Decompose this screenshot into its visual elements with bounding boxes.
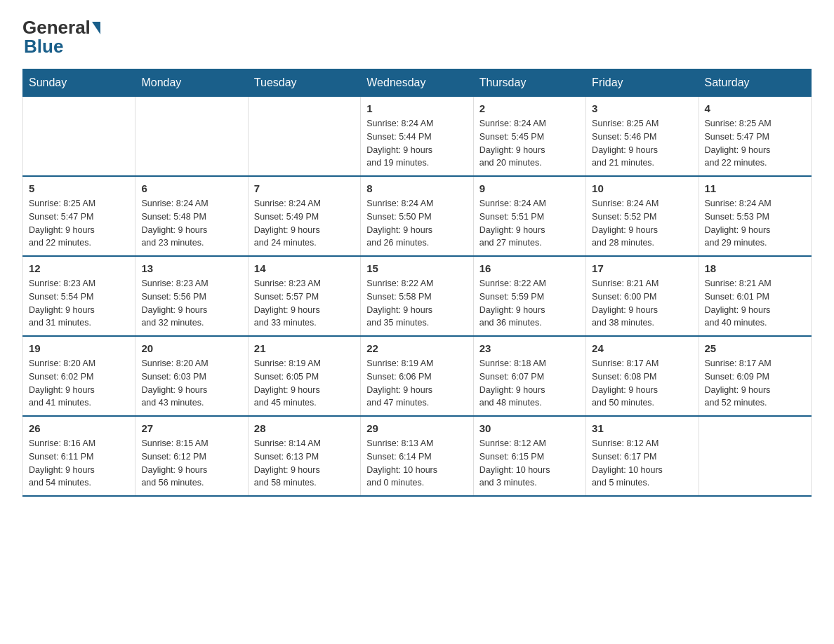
day-info: Sunrise: 8:12 AMSunset: 6:15 PMDaylight:… bbox=[479, 437, 580, 490]
calendar-cell: 6Sunrise: 8:24 AMSunset: 5:48 PMDaylight… bbox=[135, 176, 248, 256]
calendar-cell: 30Sunrise: 8:12 AMSunset: 6:15 PMDayligh… bbox=[473, 416, 585, 496]
calendar-cell: 8Sunrise: 8:24 AMSunset: 5:50 PMDaylight… bbox=[361, 176, 473, 256]
day-number: 8 bbox=[366, 182, 467, 194]
logo: General Blue bbox=[22, 17, 102, 58]
day-info: Sunrise: 8:24 AMSunset: 5:52 PMDaylight:… bbox=[592, 197, 692, 250]
day-number: 26 bbox=[29, 422, 129, 434]
day-info: Sunrise: 8:17 AMSunset: 6:08 PMDaylight:… bbox=[592, 357, 692, 410]
header-friday: Friday bbox=[586, 69, 699, 97]
day-info: Sunrise: 8:23 AMSunset: 5:57 PMDaylight:… bbox=[254, 277, 355, 330]
day-info: Sunrise: 8:24 AMSunset: 5:51 PMDaylight:… bbox=[479, 197, 580, 250]
calendar-cell: 28Sunrise: 8:14 AMSunset: 6:13 PMDayligh… bbox=[248, 416, 360, 496]
day-info: Sunrise: 8:15 AMSunset: 6:12 PMDaylight:… bbox=[141, 437, 241, 490]
calendar-cell: 11Sunrise: 8:24 AMSunset: 5:53 PMDayligh… bbox=[699, 176, 811, 256]
day-info: Sunrise: 8:21 AMSunset: 6:00 PMDaylight:… bbox=[592, 277, 692, 330]
day-info: Sunrise: 8:22 AMSunset: 5:59 PMDaylight:… bbox=[479, 277, 580, 330]
calendar-week-row: 26Sunrise: 8:16 AMSunset: 6:11 PMDayligh… bbox=[23, 416, 812, 496]
day-info: Sunrise: 8:25 AMSunset: 5:47 PMDaylight:… bbox=[29, 197, 129, 250]
weekday-header-row: Sunday Monday Tuesday Wednesday Thursday… bbox=[23, 69, 812, 97]
day-info: Sunrise: 8:24 AMSunset: 5:45 PMDaylight:… bbox=[479, 117, 580, 170]
header-monday: Monday bbox=[135, 69, 248, 97]
calendar-cell: 20Sunrise: 8:20 AMSunset: 6:03 PMDayligh… bbox=[135, 336, 248, 416]
day-info: Sunrise: 8:12 AMSunset: 6:17 PMDaylight:… bbox=[592, 437, 692, 490]
calendar-cell bbox=[699, 416, 811, 496]
calendar-cell: 24Sunrise: 8:17 AMSunset: 6:08 PMDayligh… bbox=[586, 336, 699, 416]
calendar-week-row: 12Sunrise: 8:23 AMSunset: 5:54 PMDayligh… bbox=[23, 256, 812, 336]
day-number: 10 bbox=[592, 182, 692, 194]
calendar-week-row: 19Sunrise: 8:20 AMSunset: 6:02 PMDayligh… bbox=[23, 336, 812, 416]
day-info: Sunrise: 8:25 AMSunset: 5:46 PMDaylight:… bbox=[592, 117, 692, 170]
day-number: 7 bbox=[254, 182, 355, 194]
day-info: Sunrise: 8:22 AMSunset: 5:58 PMDaylight:… bbox=[366, 277, 467, 330]
day-info: Sunrise: 8:17 AMSunset: 6:09 PMDaylight:… bbox=[705, 357, 805, 410]
day-number: 13 bbox=[141, 262, 241, 274]
calendar-cell: 31Sunrise: 8:12 AMSunset: 6:17 PMDayligh… bbox=[586, 416, 699, 496]
day-number: 5 bbox=[29, 182, 129, 194]
day-number: 6 bbox=[141, 182, 241, 194]
calendar-week-row: 1Sunrise: 8:24 AMSunset: 5:44 PMDaylight… bbox=[23, 97, 812, 177]
day-number: 29 bbox=[366, 422, 467, 434]
day-number: 4 bbox=[705, 102, 805, 114]
day-number: 27 bbox=[141, 422, 241, 434]
calendar-cell: 12Sunrise: 8:23 AMSunset: 5:54 PMDayligh… bbox=[23, 256, 135, 336]
day-number: 14 bbox=[254, 262, 355, 274]
day-number: 24 bbox=[592, 342, 692, 354]
day-number: 12 bbox=[29, 262, 129, 274]
day-number: 25 bbox=[705, 342, 805, 354]
day-number: 15 bbox=[366, 262, 467, 274]
calendar-cell: 4Sunrise: 8:25 AMSunset: 5:47 PMDaylight… bbox=[699, 97, 811, 177]
calendar-cell: 15Sunrise: 8:22 AMSunset: 5:58 PMDayligh… bbox=[361, 256, 473, 336]
calendar-cell: 26Sunrise: 8:16 AMSunset: 6:11 PMDayligh… bbox=[23, 416, 135, 496]
calendar-cell: 29Sunrise: 8:13 AMSunset: 6:14 PMDayligh… bbox=[361, 416, 473, 496]
day-info: Sunrise: 8:13 AMSunset: 6:14 PMDaylight:… bbox=[366, 437, 467, 490]
day-info: Sunrise: 8:19 AMSunset: 6:06 PMDaylight:… bbox=[366, 357, 467, 410]
calendar-cell: 9Sunrise: 8:24 AMSunset: 5:51 PMDaylight… bbox=[473, 176, 585, 256]
header-wednesday: Wednesday bbox=[361, 69, 473, 97]
calendar-week-row: 5Sunrise: 8:25 AMSunset: 5:47 PMDaylight… bbox=[23, 176, 812, 256]
day-number: 11 bbox=[705, 182, 805, 194]
logo-blue-text: Blue bbox=[24, 36, 63, 58]
calendar-cell: 23Sunrise: 8:18 AMSunset: 6:07 PMDayligh… bbox=[473, 336, 585, 416]
calendar-cell: 18Sunrise: 8:21 AMSunset: 6:01 PMDayligh… bbox=[699, 256, 811, 336]
day-number: 3 bbox=[592, 102, 692, 114]
logo-triangle-icon bbox=[92, 22, 100, 34]
day-number: 20 bbox=[141, 342, 241, 354]
day-info: Sunrise: 8:18 AMSunset: 6:07 PMDaylight:… bbox=[479, 357, 580, 410]
day-info: Sunrise: 8:23 AMSunset: 5:56 PMDaylight:… bbox=[141, 277, 241, 330]
day-info: Sunrise: 8:25 AMSunset: 5:47 PMDaylight:… bbox=[705, 117, 805, 170]
day-info: Sunrise: 8:24 AMSunset: 5:53 PMDaylight:… bbox=[705, 197, 805, 250]
calendar-cell: 22Sunrise: 8:19 AMSunset: 6:06 PMDayligh… bbox=[361, 336, 473, 416]
header-sunday: Sunday bbox=[23, 69, 135, 97]
day-number: 31 bbox=[592, 422, 692, 434]
day-number: 30 bbox=[479, 422, 580, 434]
header-saturday: Saturday bbox=[699, 69, 811, 97]
day-number: 1 bbox=[366, 102, 467, 114]
page-header: General Blue bbox=[22, 17, 812, 58]
day-number: 18 bbox=[705, 262, 805, 274]
day-info: Sunrise: 8:20 AMSunset: 6:03 PMDaylight:… bbox=[141, 357, 241, 410]
calendar-cell: 1Sunrise: 8:24 AMSunset: 5:44 PMDaylight… bbox=[361, 97, 473, 177]
calendar-cell bbox=[248, 97, 360, 177]
header-tuesday: Tuesday bbox=[248, 69, 360, 97]
calendar-cell: 19Sunrise: 8:20 AMSunset: 6:02 PMDayligh… bbox=[23, 336, 135, 416]
day-info: Sunrise: 8:21 AMSunset: 6:01 PMDaylight:… bbox=[705, 277, 805, 330]
calendar-cell: 25Sunrise: 8:17 AMSunset: 6:09 PMDayligh… bbox=[699, 336, 811, 416]
day-number: 2 bbox=[479, 102, 580, 114]
calendar-cell: 16Sunrise: 8:22 AMSunset: 5:59 PMDayligh… bbox=[473, 256, 585, 336]
calendar-cell: 7Sunrise: 8:24 AMSunset: 5:49 PMDaylight… bbox=[248, 176, 360, 256]
day-number: 28 bbox=[254, 422, 355, 434]
day-info: Sunrise: 8:14 AMSunset: 6:13 PMDaylight:… bbox=[254, 437, 355, 490]
day-number: 9 bbox=[479, 182, 580, 194]
day-number: 22 bbox=[366, 342, 467, 354]
calendar-cell: 3Sunrise: 8:25 AMSunset: 5:46 PMDaylight… bbox=[586, 97, 699, 177]
calendar-cell: 27Sunrise: 8:15 AMSunset: 6:12 PMDayligh… bbox=[135, 416, 248, 496]
day-number: 23 bbox=[479, 342, 580, 354]
calendar-cell: 21Sunrise: 8:19 AMSunset: 6:05 PMDayligh… bbox=[248, 336, 360, 416]
calendar-cell: 10Sunrise: 8:24 AMSunset: 5:52 PMDayligh… bbox=[586, 176, 699, 256]
day-info: Sunrise: 8:24 AMSunset: 5:44 PMDaylight:… bbox=[366, 117, 467, 170]
calendar-cell bbox=[23, 97, 135, 177]
day-info: Sunrise: 8:20 AMSunset: 6:02 PMDaylight:… bbox=[29, 357, 129, 410]
day-number: 19 bbox=[29, 342, 129, 354]
day-info: Sunrise: 8:16 AMSunset: 6:11 PMDaylight:… bbox=[29, 437, 129, 490]
calendar-cell: 5Sunrise: 8:25 AMSunset: 5:47 PMDaylight… bbox=[23, 176, 135, 256]
